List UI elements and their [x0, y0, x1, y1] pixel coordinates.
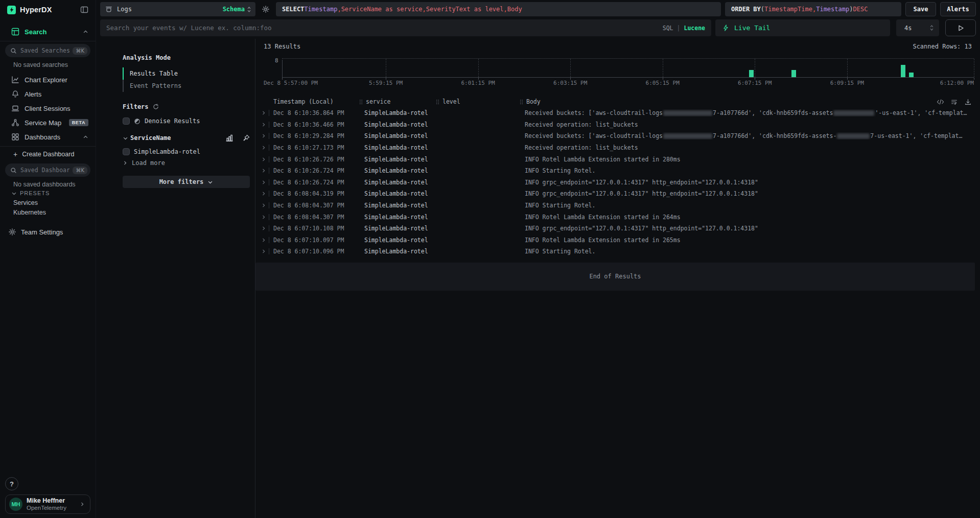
create-dashboard-button[interactable]: + Create Dashboard [0, 149, 96, 159]
search-input[interactable] [100, 24, 711, 32]
table-row[interactable]: Dec 8 6:07:10.096 PMSimpleLambda-rotelIN… [255, 246, 980, 257]
table-row[interactable]: Dec 8 6:10:26.726 PMSimpleLambda-rotelIN… [255, 153, 980, 165]
filter-group-name: ServiceName [130, 134, 171, 142]
sidebar-collapse-icon[interactable] [80, 6, 88, 14]
sidebar-item-dashboards[interactable]: Dashboards [0, 130, 96, 144]
expand-row-icon[interactable] [259, 168, 269, 173]
histogram-bar[interactable] [909, 73, 914, 78]
table-row[interactable]: Dec 8 6:10:36.864 PMSimpleLambda-rotelRe… [255, 107, 980, 119]
wrap-lines-icon[interactable] [950, 99, 958, 105]
column-drag-icon[interactable] [359, 99, 363, 105]
analysis-mode-event-patterns[interactable]: Event Patterns [123, 80, 250, 92]
expand-row-icon[interactable] [259, 249, 269, 254]
query-settings-gear-icon[interactable] [260, 2, 272, 16]
table-row[interactable]: Dec 8 6:08:04.319 PMSimpleLambda-rotelIN… [255, 188, 980, 200]
laptop-icon [11, 104, 19, 112]
save-button[interactable]: Save [905, 2, 936, 16]
expand-row-icon[interactable] [259, 191, 269, 196]
filter-values: SimpleLambda-rotel [123, 148, 250, 155]
more-filters-button[interactable]: More filters [123, 176, 250, 188]
user-menu[interactable]: MH Mike Heffner OpenTelemetry [5, 495, 90, 514]
sql-toggle[interactable]: SQL [663, 25, 673, 32]
saved-searches-field[interactable] [20, 47, 69, 54]
expand-row-icon[interactable] [259, 238, 269, 243]
cell-service: SimpleLambda-rotel [359, 202, 436, 209]
sidebar-item-service-map[interactable]: Service MapBETA [0, 115, 96, 130]
table-row[interactable]: Dec 8 6:10:29.284 PMSimpleLambda-rotelRe… [255, 130, 980, 142]
refresh-interval-select[interactable]: 4s [896, 19, 939, 36]
play-button[interactable] [945, 19, 976, 36]
lucene-toggle[interactable]: Lucene [684, 25, 705, 32]
column-header-service[interactable]: service [359, 98, 436, 105]
denoise-checkbox[interactable] [123, 117, 130, 125]
table-row[interactable]: Dec 8 6:10:26.724 PMSimpleLambda-rotelIN… [255, 165, 980, 177]
expand-row-icon[interactable] [259, 145, 269, 150]
source-select[interactable]: Logs Schema [100, 2, 255, 16]
presets-section-header[interactable]: PRESETS [11, 190, 50, 196]
table-row[interactable]: Dec 8 6:08:04.307 PMSimpleLambda-rotelIN… [255, 200, 980, 211]
table-row[interactable]: Dec 8 6:10:26.724 PMSimpleLambda-rotelIN… [255, 177, 980, 189]
sidebar-item-alerts[interactable]: Alerts [0, 87, 96, 101]
analysis-mode-header: Analysis Mode [123, 54, 250, 61]
pin-icon[interactable] [243, 134, 250, 142]
end-of-results: End of Results [255, 263, 975, 291]
divider [0, 146, 96, 147]
gridline [755, 59, 755, 77]
expand-row-icon[interactable] [259, 110, 269, 115]
sidebar-item-search[interactable]: Search [0, 26, 96, 38]
filter-group-servicename[interactable]: ServiceName [123, 134, 250, 142]
gridline [847, 59, 848, 77]
expand-row-icon[interactable] [259, 157, 269, 162]
view-source-icon[interactable] [937, 99, 944, 105]
histogram-bar[interactable] [901, 65, 905, 77]
preset-item-services[interactable]: Services [13, 199, 38, 206]
saved-dashboards-field[interactable] [20, 167, 69, 174]
cell-body: Received buckets: ['aws-cloudtrail-logs7… [520, 109, 980, 116]
sql-token: Timestamp [816, 6, 849, 13]
search-icon [10, 167, 17, 174]
preset-item-kubernetes[interactable]: Kubernetes [13, 209, 46, 216]
download-icon[interactable] [964, 99, 972, 105]
table-row[interactable]: Dec 8 6:07:10.097 PMSimpleLambda-rotelIN… [255, 234, 980, 246]
bar-chart-icon[interactable] [225, 134, 234, 142]
live-tail-button[interactable]: Live Tail [715, 19, 890, 36]
sidebar-item-label: Service Map [25, 119, 61, 127]
expand-row-icon[interactable] [259, 133, 269, 138]
column-header-timestamp-local-[interactable]: Timestamp (Local) [273, 98, 359, 105]
table-row[interactable]: Dec 8 6:07:10.108 PMSimpleLambda-rotelIN… [255, 223, 980, 234]
expand-row-icon[interactable] [259, 203, 269, 208]
events-histogram[interactable]: 8 Dec 8 5:57:00 PM5:59:15 PM6:01:15 PM6:… [282, 57, 974, 89]
table-row[interactable]: Dec 8 6:08:04.307 PMSimpleLambda-rotelIN… [255, 211, 980, 223]
expand-row-icon[interactable] [259, 226, 269, 231]
saved-searches-input[interactable]: ⌘K [5, 44, 90, 57]
sidebar-item-team-settings[interactable]: Team Settings [0, 226, 96, 238]
analysis-mode-results-table[interactable]: Results Table [123, 67, 250, 80]
table-row[interactable]: Dec 8 6:10:36.466 PMSimpleLambda-rotelRe… [255, 119, 980, 131]
refresh-icon[interactable] [153, 104, 159, 110]
select-query-input[interactable]: SELECT Timestamp, ServiceName as service… [276, 2, 721, 16]
filter-value-simplelambda-rotel[interactable]: SimpleLambda-rotel [123, 148, 250, 155]
expand-row-icon[interactable] [259, 180, 269, 185]
filter-value-checkbox[interactable] [123, 148, 130, 155]
column-drag-icon[interactable] [520, 99, 523, 105]
column-header-level[interactable]: level [436, 98, 520, 105]
histogram-bar[interactable] [791, 70, 796, 77]
alerts-button[interactable]: Alerts [940, 2, 976, 16]
saved-dashboards-input[interactable]: ⌘K [5, 163, 90, 177]
denoise-results-option[interactable]: Denoise Results [123, 117, 250, 125]
column-header-body[interactable]: Body [520, 98, 937, 105]
expand-row-icon[interactable] [259, 122, 269, 127]
sidebar-item-client-sessions[interactable]: Client Sessions [0, 101, 96, 115]
sidebar-item-chart-explorer[interactable]: Chart Explorer [0, 73, 96, 87]
order-by-input[interactable]: ORDER BY (TimestampTime, Timestamp) DESC [725, 2, 901, 16]
sidebar-item-label: Client Sessions [25, 105, 71, 112]
chevron-up-down-icon [929, 25, 934, 31]
expand-row-icon[interactable] [259, 215, 269, 220]
histogram-bar[interactable] [749, 70, 754, 77]
load-more-button[interactable]: Load more [123, 159, 250, 167]
help-button[interactable]: ? [5, 477, 18, 490]
column-drag-icon[interactable] [436, 99, 439, 105]
table-row[interactable]: Dec 8 6:10:27.173 PMSimpleLambda-rotelRe… [255, 142, 980, 154]
schema-select[interactable]: Schema [223, 6, 251, 13]
cell-service: SimpleLambda-rotel [359, 132, 436, 139]
